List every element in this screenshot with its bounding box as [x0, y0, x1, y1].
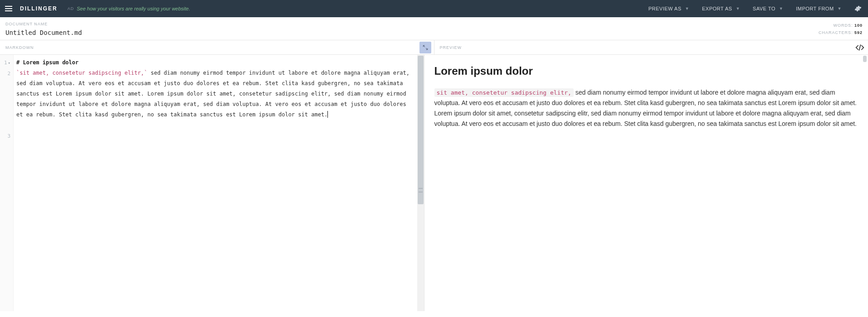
ad-label: AD: [68, 6, 74, 11]
preview-header: PREVIEW: [434, 40, 868, 54]
expand-editor-button[interactable]: [419, 42, 431, 53]
toggle-html-button[interactable]: [855, 43, 864, 53]
preview-pane: Lorem ipsum dolor sit amet, consetetur s…: [424, 55, 868, 311]
menu-label: SAVE TO: [753, 6, 775, 11]
splitter-grip[interactable]: [419, 188, 423, 192]
markdown-editor[interactable]: # Lorem ipsum dolor `sit amet, consetetu…: [14, 55, 417, 311]
docname-label: DOCUMENT NAME: [5, 22, 863, 26]
save-to-menu[interactable]: SAVE TO▼: [746, 0, 790, 17]
scrollbar-thumb[interactable]: [418, 56, 424, 204]
editor-line-1: # Lorem ipsum dolor: [16, 58, 414, 68]
chevron-down-icon: ▼: [838, 6, 842, 11]
preview-paragraph: sit amet, consetetur sadipscing elitr, s…: [434, 87, 858, 129]
text-cursor: [327, 111, 328, 118]
panels: 1▾ 2 3 # Lorem ipsum dolor `sit amet, co…: [0, 55, 868, 311]
words-label: WORDS:: [833, 23, 853, 28]
chars-value: 592: [854, 30, 863, 35]
editor-pane: 1▾ 2 3 # Lorem ipsum dolor `sit amet, co…: [0, 55, 424, 311]
top-menu: PREVIEW AS▼ EXPORT AS▼ SAVE TO▼ IMPORT F…: [642, 0, 848, 17]
menu-button[interactable]: [0, 0, 17, 17]
chars-label: CHARACTERS:: [819, 30, 853, 35]
import-from-menu[interactable]: IMPORT FROM▼: [790, 0, 848, 17]
preview-inline-code: sit amet, consetetur sadipscing elitr,: [434, 88, 574, 97]
document-stats: WORDS: 100 CHARACTERS: 592: [819, 22, 863, 36]
line-number: 1▾: [0, 58, 10, 68]
editor-line-2: `sit amet, consetetur sadipscing elitr,`…: [16, 68, 414, 120]
words-value: 100: [854, 23, 863, 28]
menu-label: IMPORT FROM: [796, 6, 834, 11]
menu-label: PREVIEW AS: [649, 6, 682, 11]
preview-scrollbar[interactable]: [862, 55, 868, 311]
expand-icon: [422, 44, 429, 51]
editor-inline-code: `sit amet, consetetur sadipscing elitr,`: [16, 70, 147, 76]
preview-as-menu[interactable]: PREVIEW AS▼: [642, 0, 696, 17]
chevron-down-icon: ▼: [779, 6, 783, 11]
chevron-down-icon: ▼: [685, 6, 689, 11]
preview-label: PREVIEW: [440, 45, 462, 50]
markdown-header: MARKDOWN: [0, 40, 434, 54]
editor-scrollbar[interactable]: [417, 55, 424, 311]
document-bar: DOCUMENT NAME Untitled Document.md WORDS…: [0, 17, 868, 40]
preview-heading: Lorem ipsum dolor: [434, 65, 858, 77]
docname-input[interactable]: Untitled Document.md: [5, 29, 863, 36]
fold-icon[interactable]: ▾: [8, 61, 10, 65]
panels-header: MARKDOWN PREVIEW: [0, 40, 868, 55]
markdown-label: MARKDOWN: [5, 45, 34, 50]
ad-link[interactable]: See how your visitors are really using y…: [77, 6, 190, 11]
code-icon: [855, 43, 864, 52]
editor-text: sed diam nonumy eirmod tempor invidunt u…: [16, 70, 410, 118]
export-as-menu[interactable]: EXPORT AS▼: [696, 0, 746, 17]
scrollbar-thumb[interactable]: [863, 56, 867, 62]
gear-icon: [854, 5, 862, 12]
chevron-down-icon: ▼: [736, 6, 740, 11]
menu-label: EXPORT AS: [702, 6, 732, 11]
brand-logo: DILLINGER: [20, 5, 58, 12]
settings-button[interactable]: [848, 0, 868, 17]
line-number: 3: [0, 131, 10, 141]
line-number: 2: [0, 68, 10, 79]
topbar: DILLINGER AD See how your visitors are r…: [0, 0, 868, 17]
line-gutter: 1▾ 2 3: [0, 55, 14, 311]
